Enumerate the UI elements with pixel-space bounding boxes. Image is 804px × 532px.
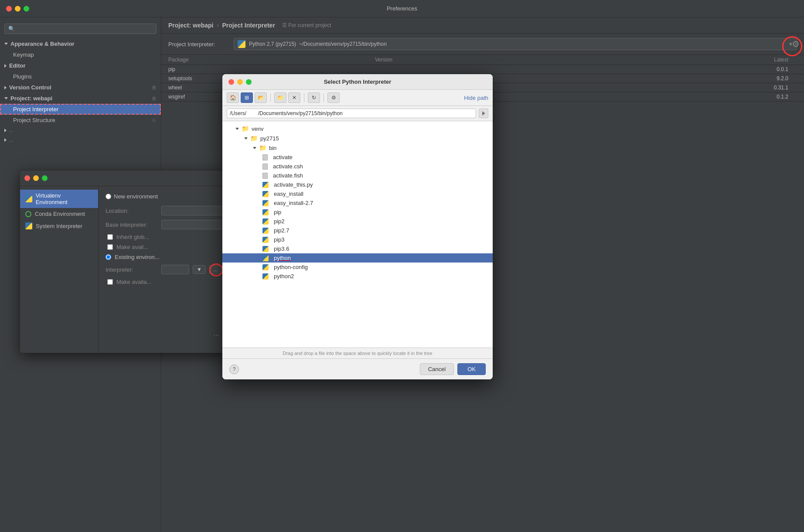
sidebar-item-plugins[interactable]: Plugins	[0, 71, 161, 82]
home-toolbar-button[interactable]: 🏠	[227, 92, 239, 103]
radio-existing-input[interactable]	[106, 254, 111, 260]
file-icon	[262, 164, 268, 170]
make-available-checkbox[interactable]	[107, 244, 113, 250]
path-input[interactable]	[227, 109, 476, 118]
tree-item-venv[interactable]: 📁 venv	[222, 124, 493, 133]
hide-path-button[interactable]: Hide path	[464, 95, 488, 101]
search-icon: 🔍	[8, 26, 15, 32]
tree-item-pip36[interactable]: pip3.6	[222, 244, 493, 253]
tree-expand-icon	[244, 137, 248, 140]
close-button[interactable]	[6, 6, 12, 11]
interpreter-select[interactable]: Python 2.7 (py2715) ~/Documents/venv/py2…	[234, 38, 797, 50]
tree-item-easy-install[interactable]: easy_install	[222, 189, 493, 198]
tree-item-bin[interactable]: 📁 bin	[222, 143, 493, 153]
sidebar-item-project-structure[interactable]: Project Structure ⎘	[0, 115, 161, 126]
tree-item-pip27[interactable]: pip2.7	[222, 226, 493, 235]
help-button[interactable]: ?	[229, 365, 239, 374]
pkg-name: pip	[168, 66, 375, 72]
search-input[interactable]	[17, 26, 153, 32]
venv-icon	[25, 195, 32, 202]
file-dialog-close-button[interactable]	[228, 79, 234, 85]
tree-item-label: python	[274, 255, 291, 261]
dialog-window-controls	[24, 175, 48, 181]
tree-item-pip[interactable]: pip	[222, 208, 493, 217]
sidebar-item-version-control[interactable]: Version Control ⎘	[0, 82, 161, 93]
dialog-maximize-button[interactable]	[42, 175, 48, 181]
location-input[interactable]	[161, 206, 228, 215]
radio-new-env[interactable]: New environment	[106, 193, 158, 200]
table-row[interactable]: pip 0.0.1	[161, 65, 804, 74]
ok-button[interactable]: OK	[457, 363, 486, 375]
col-header-latest: Latest	[582, 57, 797, 63]
file-dialog-buttons: ? Cancel OK	[222, 359, 493, 379]
interpreter-dropdown-button[interactable]: ▼	[193, 265, 206, 274]
new-folder-toolbar-button[interactable]: 📁	[274, 92, 286, 103]
resize-handle: ⋮	[214, 333, 220, 340]
open-folder-toolbar-button[interactable]: 📂	[255, 92, 267, 103]
tree-expand-icon	[253, 147, 256, 149]
expand-arrow-icon	[4, 129, 7, 132]
sidebar-item-editor[interactable]: Editor	[0, 60, 161, 71]
dialog-sidebar-conda[interactable]: Conda Environment	[20, 208, 98, 220]
sidebar-item-project-webapi[interactable]: Project: webapi ⎘	[0, 93, 161, 104]
python-file-icon	[262, 237, 269, 243]
options-toolbar-button[interactable]: ⚙	[327, 92, 340, 103]
tree-item-easy-install-27[interactable]: easy_install-2.7	[222, 198, 493, 208]
file-dialog-status: Drag and drop a file into the space abov…	[222, 348, 493, 359]
make-available-row: Make avail...	[106, 244, 221, 250]
file-dialog-maximize-button[interactable]	[246, 79, 252, 85]
sidebar-item-label: Project Structure	[13, 117, 55, 123]
dialog-sidebar-system[interactable]: System Interpreter	[20, 220, 98, 232]
copy-icon: ⎘	[153, 118, 156, 123]
tree-item-activate-csh[interactable]: activate.csh	[222, 162, 493, 171]
sidebar-item-label: Project Interpreter	[13, 106, 58, 113]
dialog-sidebar-virtualenv[interactable]: Virtualenv Environment	[20, 190, 98, 208]
dialog-close-button[interactable]	[24, 175, 30, 181]
maximize-button[interactable]	[24, 6, 29, 11]
toolbar-separator3	[324, 93, 324, 102]
file-dialog-minimize-button[interactable]	[237, 79, 243, 85]
inherit-global-checkbox[interactable]	[107, 234, 113, 240]
sidebar-item-appearance[interactable]: Appearance & Behavior	[0, 38, 161, 49]
search-box[interactable]: 🔍	[4, 24, 157, 34]
add-interpreter-dialog: Virtualenv Environment Conda Environment…	[20, 170, 229, 353]
delete-toolbar-button[interactable]: ✕	[288, 92, 300, 103]
dialog-minimize-button[interactable]	[33, 175, 39, 181]
cancel-button[interactable]: Cancel	[420, 363, 454, 375]
refresh-toolbar-button[interactable]: ↻	[308, 92, 320, 103]
file-dialog-window-controls	[228, 79, 252, 85]
tree-item-python[interactable]: python	[222, 253, 493, 263]
radio-new-input[interactable]	[106, 194, 111, 199]
tree-item-pip2[interactable]: pip2	[222, 217, 493, 226]
python-file-icon	[262, 182, 269, 188]
copy-icon: ⎘	[153, 85, 156, 90]
interpreter-browse-button[interactable]: ...	[209, 265, 221, 274]
sidebar-item-project-interpreter[interactable]: Project Interpreter ⎘	[0, 104, 161, 115]
interpreter-path-input[interactable]	[161, 265, 189, 274]
tree-item-activate-fish[interactable]: activate.fish	[222, 171, 493, 180]
path-navigate-button[interactable]	[479, 109, 488, 118]
grid-toolbar-button[interactable]: ⊞	[241, 92, 253, 103]
base-interpreter-input[interactable]	[161, 220, 228, 229]
file-path-bar	[222, 106, 493, 121]
tree-item-pip3[interactable]: pip3	[222, 235, 493, 244]
tree-item-activate[interactable]: activate	[222, 153, 493, 162]
make-available2-row: Make availa...	[106, 279, 221, 285]
conda-icon	[25, 211, 31, 217]
tree-item-activate-this-py[interactable]: activate_this.py	[222, 180, 493, 189]
sidebar-item-keymap[interactable]: Keymap	[0, 49, 161, 60]
sidebar-item-label: ...	[9, 128, 13, 133]
tree-item-py2715[interactable]: 📁 py2715	[222, 133, 493, 143]
tree-item-label: py2715	[260, 135, 279, 142]
tree-item-python2[interactable]: python2	[222, 272, 493, 281]
make-available2-label: Make availa...	[116, 279, 151, 285]
file-tree: 📁 venv 📁 py2715 📁 bin activate activate.…	[222, 121, 493, 348]
sidebar-item-more2[interactable]: ...	[0, 135, 161, 145]
minimize-button[interactable]	[15, 6, 20, 11]
make-available2-checkbox[interactable]	[107, 279, 113, 285]
tree-item-python-config[interactable]: python-config	[222, 263, 493, 272]
tree-item-label: activate.fish	[273, 172, 303, 179]
sidebar-item-more1[interactable]: ...	[0, 126, 161, 135]
title-bar: Preferences	[0, 0, 804, 17]
interpreter-settings-button[interactable]: ⚙	[792, 39, 800, 49]
